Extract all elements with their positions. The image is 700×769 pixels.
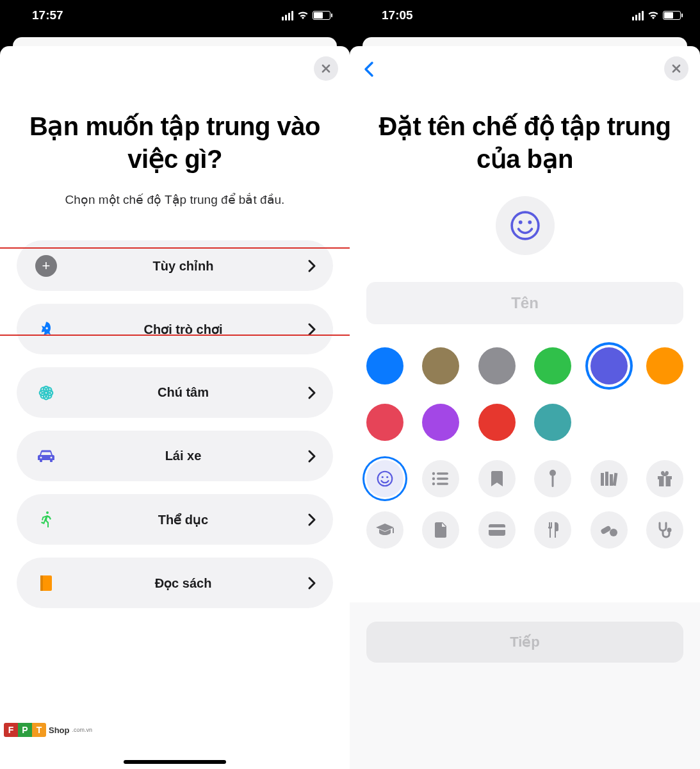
flower-icon: [37, 383, 56, 402]
svg-point-13: [378, 472, 393, 486]
watermark-text: Shop: [49, 725, 70, 735]
pills-icon: [599, 522, 619, 538]
document-icon: [434, 521, 448, 539]
graduation-icon: [375, 522, 395, 538]
focus-row-label: Đọc sách: [59, 575, 307, 591]
watermark-logo: FPT: [4, 723, 46, 737]
chevron-left-icon: [363, 60, 375, 78]
cellular-icon: [282, 11, 293, 21]
focus-row-custom[interactable]: + Tùy chỉnh: [17, 240, 333, 291]
back-button[interactable]: [356, 56, 382, 82]
watermark-sub: .com.vn: [72, 727, 93, 733]
svg-rect-23: [552, 475, 554, 487]
name-placeholder: Tên: [511, 294, 539, 312]
battery-icon: [313, 11, 330, 20]
chevron-right-icon: [307, 322, 316, 336]
status-bar: 17:57: [0, 0, 350, 31]
watermark: FPT Shop .com.vn: [4, 723, 92, 737]
color-option-indigo[interactable]: [590, 347, 628, 384]
icon-option-list[interactable]: [422, 460, 459, 497]
color-option-green[interactable]: [534, 347, 571, 384]
focus-list: + Tùy chỉnh Chơi trò chơi: [17, 240, 333, 608]
status-time: 17:57: [32, 8, 63, 22]
focus-row-driving[interactable]: Lái xe: [17, 431, 333, 481]
car-icon: [37, 449, 56, 464]
svg-rect-32: [489, 527, 505, 530]
svg-rect-19: [437, 478, 448, 481]
footer-area: Tiếp: [350, 602, 700, 769]
color-option-gray[interactable]: [478, 347, 516, 384]
icon-option-pills[interactable]: [590, 511, 628, 549]
status-icons: [282, 11, 330, 21]
battery-icon: [663, 11, 681, 20]
status-icons: [632, 11, 681, 21]
svg-rect-25: [605, 472, 608, 486]
color-option-bronze[interactable]: [422, 347, 459, 384]
gift-icon: [656, 470, 674, 488]
icon-option-document[interactable]: [422, 511, 459, 549]
svg-point-10: [512, 213, 539, 240]
svg-rect-26: [610, 474, 613, 486]
svg-rect-24: [601, 473, 604, 486]
svg-rect-27: [612, 473, 617, 486]
close-button[interactable]: [664, 56, 688, 81]
icon-option-bookmark[interactable]: [478, 460, 516, 497]
running-icon: [38, 510, 54, 529]
close-icon: [671, 63, 681, 74]
focus-row-label: Chú tâm: [59, 385, 307, 400]
next-button[interactable]: Tiếp: [366, 622, 683, 663]
icon-option-graduation[interactable]: [366, 511, 403, 549]
color-option-teal[interactable]: [534, 404, 571, 441]
bookmark-icon: [491, 470, 503, 488]
svg-point-12: [528, 220, 532, 224]
color-option-pink[interactable]: [366, 404, 403, 441]
svg-point-18: [432, 477, 435, 480]
icon-option-books[interactable]: [590, 460, 628, 497]
close-button[interactable]: [314, 56, 338, 81]
color-option-red[interactable]: [478, 404, 516, 441]
books-icon: [599, 470, 619, 487]
plus-icon: +: [35, 255, 57, 277]
focus-row-label: Chơi trò chơi: [59, 322, 307, 337]
icon-option-smile[interactable]: [366, 460, 403, 497]
chevron-right-icon: [307, 386, 316, 400]
focus-row-fitness[interactable]: Thể dục: [17, 494, 333, 545]
icon-option-utensils[interactable]: [534, 511, 571, 549]
next-label: Tiếp: [510, 634, 540, 650]
home-indicator[interactable]: [124, 760, 226, 764]
smile-icon: [509, 210, 541, 242]
focus-row-reading[interactable]: Đọc sách: [17, 558, 333, 608]
focus-row-mindfulness[interactable]: Chú tâm: [17, 367, 333, 418]
icon-option-stethoscope[interactable]: [646, 511, 683, 549]
phone-screen-right: 17:05 Đặt tên chế độ tập trung của bạn T…: [350, 0, 700, 769]
icon-option-pin[interactable]: [534, 460, 571, 497]
svg-rect-21: [437, 483, 448, 486]
svg-point-14: [382, 476, 384, 478]
icon-picker: [366, 460, 683, 549]
page-title: Bạn muốn tập trung vào việc gì?: [17, 56, 333, 176]
chevron-right-icon: [307, 576, 316, 590]
svg-point-15: [386, 476, 388, 478]
color-option-purple[interactable]: [422, 404, 459, 441]
utensils-icon: [546, 521, 560, 539]
icon-option-card[interactable]: [478, 511, 516, 549]
wifi-icon: [297, 11, 309, 20]
chevron-right-icon: [307, 449, 316, 463]
modal-sheet: Bạn muốn tập trung vào việc gì? Chọn một…: [0, 46, 350, 769]
color-option-blue[interactable]: [366, 347, 403, 384]
icon-option-gift[interactable]: [646, 460, 683, 497]
focus-row-gaming[interactable]: Chơi trò chơi: [17, 304, 333, 354]
svg-point-20: [432, 483, 435, 485]
svg-point-35: [667, 528, 671, 533]
name-input[interactable]: Tên: [366, 282, 683, 324]
color-picker: [366, 347, 683, 441]
page-title: Đặt tên chế độ tập trung của bạn: [366, 56, 683, 176]
status-bar: 17:05: [350, 0, 700, 31]
chevron-right-icon: [307, 513, 316, 527]
card-icon: [487, 523, 507, 537]
status-time: 17:05: [382, 8, 413, 22]
svg-point-11: [518, 220, 522, 224]
modal-sheet: Đặt tên chế độ tập trung của bạn Tên: [350, 46, 700, 769]
selected-icon-preview: [496, 196, 555, 255]
color-option-orange[interactable]: [646, 347, 683, 384]
